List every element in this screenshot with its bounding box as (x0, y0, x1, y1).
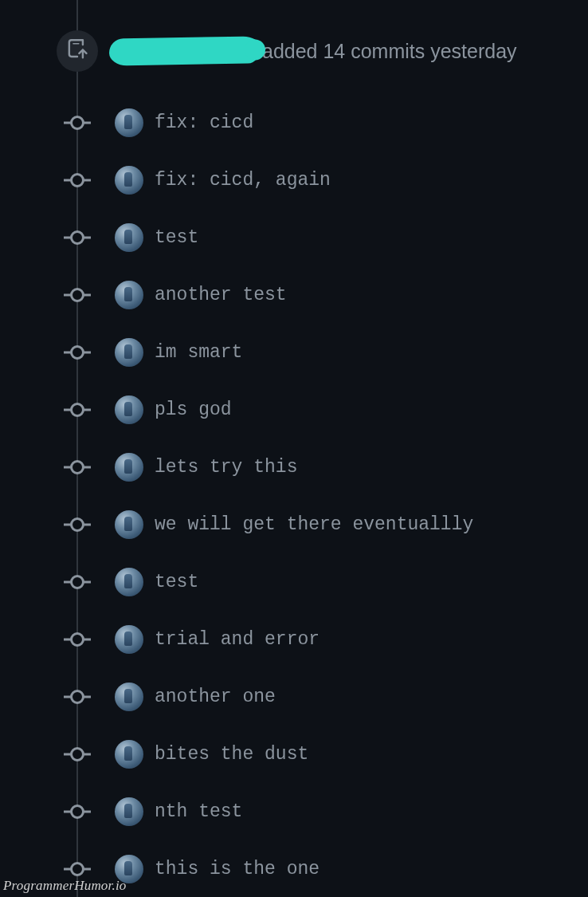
repo-push-icon (67, 39, 88, 63)
commit-node-icon (64, 632, 91, 647)
commit-node-icon (64, 690, 91, 704)
commit-timeline: added 14 commits yesterday fix: cicdfix:… (0, 0, 588, 897)
commit-row[interactable]: im smart (0, 324, 588, 381)
commit-message[interactable]: test (155, 572, 198, 592)
commit-message[interactable]: trial and error (155, 629, 319, 650)
commit-node-icon (64, 403, 91, 417)
commit-list: fix: cicdfix: cicd, againtestanother tes… (0, 94, 588, 897)
commit-message[interactable]: another test (155, 285, 287, 305)
avatar[interactable] (115, 223, 143, 252)
avatar[interactable] (115, 568, 143, 596)
avatar[interactable] (115, 797, 143, 826)
avatar[interactable] (115, 740, 143, 769)
avatar[interactable] (115, 453, 143, 482)
commit-message[interactable]: pls god (155, 399, 232, 420)
commit-message[interactable]: this is the one (155, 859, 319, 879)
avatar[interactable] (115, 281, 143, 309)
commit-node-icon (64, 862, 91, 876)
commit-node-icon (64, 288, 91, 302)
avatar[interactable] (115, 166, 143, 195)
commit-row[interactable]: another one (0, 668, 588, 726)
timeline-header: added 14 commits yesterday (0, 0, 588, 94)
commit-row[interactable]: pls god (0, 381, 588, 439)
commit-message[interactable]: another one (155, 687, 276, 707)
commit-message[interactable]: we will get there eventuallly (155, 514, 473, 535)
header-text: added 14 commits yesterday (262, 40, 517, 63)
commit-node-icon (64, 805, 91, 819)
commit-node-icon (64, 575, 91, 589)
commit-row[interactable]: test (0, 553, 588, 611)
avatar[interactable] (115, 625, 143, 654)
commit-row[interactable]: lets try this (0, 439, 588, 496)
commit-row[interactable]: fix: cicd, again (0, 151, 588, 209)
avatar[interactable] (115, 395, 143, 424)
commit-node-icon (64, 460, 91, 474)
commit-node-icon (64, 345, 91, 360)
avatar[interactable] (115, 510, 143, 539)
commit-message[interactable]: im smart (155, 342, 242, 363)
avatar[interactable] (115, 683, 143, 711)
commit-node-icon (64, 517, 91, 532)
commit-message[interactable]: bites the dust (155, 744, 308, 765)
watermark: ProgrammerHumor.io (3, 878, 127, 894)
commit-row[interactable]: fix: cicd (0, 94, 588, 151)
commit-message[interactable]: fix: cicd, again (155, 170, 331, 191)
commit-row[interactable]: trial and error (0, 611, 588, 668)
redacted-username (109, 36, 261, 65)
commit-row[interactable]: nth test (0, 783, 588, 840)
push-event-badge (57, 30, 98, 72)
commit-row[interactable]: test (0, 209, 588, 266)
commit-message[interactable]: fix: cicd (155, 112, 253, 133)
commit-row[interactable]: bites the dust (0, 726, 588, 783)
avatar[interactable] (115, 108, 143, 137)
commit-message[interactable]: nth test (155, 801, 242, 822)
commit-message[interactable]: test (155, 227, 198, 248)
avatar[interactable] (115, 338, 143, 367)
commit-node-icon (64, 116, 91, 130)
commit-node-icon (64, 173, 91, 187)
commit-row[interactable]: another test (0, 266, 588, 324)
commit-row[interactable]: we will get there eventuallly (0, 496, 588, 553)
commit-node-icon (64, 747, 91, 761)
commit-node-icon (64, 230, 91, 245)
commit-message[interactable]: lets try this (155, 457, 297, 478)
